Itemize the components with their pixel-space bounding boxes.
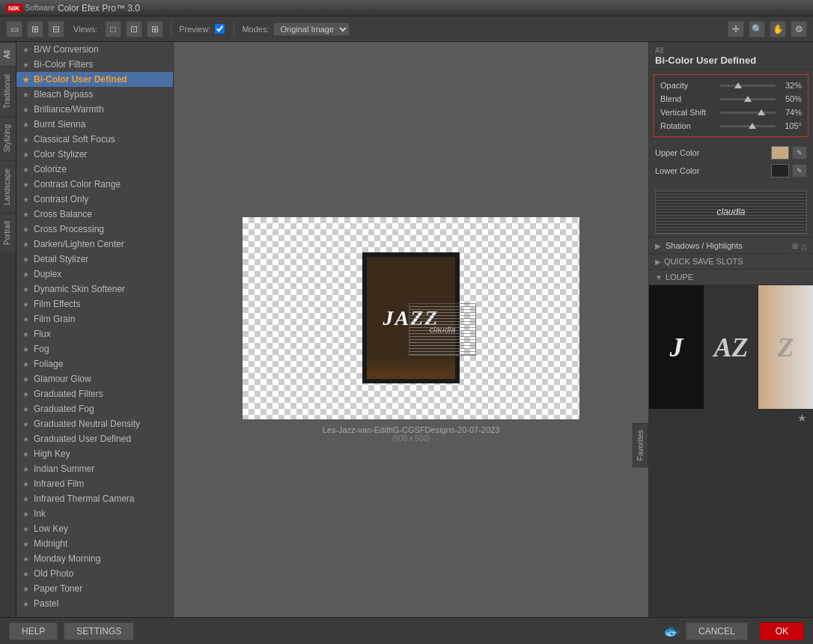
- star-icon-glamour-glow: ★: [22, 375, 29, 383]
- upper-color-edit[interactable]: ✎: [792, 146, 807, 160]
- filter-item-bw-conversion[interactable]: ★B/W Conversion: [16, 42, 173, 57]
- rotation-value: 105°: [776, 121, 802, 130]
- filter-item-bi-color-user-defined[interactable]: ★Bi-Color User Defined: [16, 72, 173, 87]
- lower-color-row: Lower Color ✎: [655, 164, 807, 177]
- controls-section: Opacity 32% Blend 50%: [654, 74, 809, 137]
- filter-item-darken-lighten-center[interactable]: ★Darken/Lighten Center: [16, 237, 173, 252]
- software-label: Software: [25, 4, 55, 12]
- filter-item-high-key[interactable]: ★High Key: [16, 446, 173, 461]
- filter-item-detail-stylizer[interactable]: ★Detail Stylizer: [16, 252, 173, 267]
- loupe-mid: AZ: [704, 285, 758, 409]
- filter-item-graduated-fog[interactable]: ★Graduated Fog: [16, 401, 173, 416]
- filter-label-classical-soft-focus: Classical Soft Focus: [34, 134, 115, 145]
- cancel-button[interactable]: CANCEL: [686, 622, 748, 640]
- vertical-shift-slider-container: [720, 110, 776, 115]
- filter-item-duplex[interactable]: ★Duplex: [16, 267, 173, 282]
- filter-item-burnt-sienna[interactable]: ★Burnt Sienna: [16, 117, 173, 132]
- filter-item-indian-summer[interactable]: ★Indian Summer: [16, 461, 173, 476]
- opacity-slider[interactable]: [720, 85, 776, 87]
- shadows-icon[interactable]: ⊞: [792, 242, 798, 250]
- filter-item-infrared-thermal-camera[interactable]: ★Infrared Thermal Camera: [16, 491, 173, 506]
- shadows-expand[interactable]: △: [801, 242, 807, 250]
- blend-slider[interactable]: [720, 98, 776, 100]
- rotation-label: Rotation: [660, 121, 720, 130]
- filter-item-infrared-film[interactable]: ★Infrared Film: [16, 476, 173, 491]
- settings-icon[interactable]: ⚙: [791, 21, 807, 37]
- view-btn-1[interactable]: □: [105, 21, 121, 37]
- help-button[interactable]: HELP: [9, 622, 58, 640]
- filter-item-paper-toner[interactable]: ★Paper Toner: [16, 581, 173, 596]
- filter-item-midnight[interactable]: ★Midnight: [16, 536, 173, 551]
- tab-stylizing[interactable]: Stylizing: [0, 116, 16, 160]
- filter-item-contrast-color-range[interactable]: ★Contrast Color Range: [16, 177, 173, 192]
- modes-select[interactable]: Original Image: [273, 22, 350, 36]
- quick-save-section: ▶ QUICK SAVE SLOTS: [649, 253, 813, 269]
- filter-label-monday-morning: Monday Morning: [34, 553, 100, 564]
- filter-item-fog[interactable]: ★Fog: [16, 341, 173, 356]
- filter-label-contrast-only: Contrast Only: [34, 194, 88, 204]
- bottom-right-actions: 🐟 CANCEL OK: [663, 622, 804, 640]
- filter-label-high-key: High Key: [34, 449, 70, 459]
- jazz-glow: [367, 356, 455, 379]
- zoom-icon[interactable]: 🔍: [749, 21, 765, 37]
- filter-item-monday-morning[interactable]: ★Monday Morning: [16, 551, 173, 566]
- filter-label-cross-balance: Cross Balance: [34, 209, 92, 219]
- vertical-shift-slider[interactable]: [720, 112, 776, 114]
- lower-color-edit[interactable]: ✎: [792, 164, 807, 177]
- filter-item-graduated-filters[interactable]: ★Graduated Filters: [16, 386, 173, 401]
- loupe-star-icon[interactable]: ★: [797, 412, 807, 424]
- filter-item-ink[interactable]: ★Ink: [16, 506, 173, 521]
- filter-label-graduated-neutral-density: Graduated Neutral Density: [34, 419, 140, 429]
- filter-item-contrast-only[interactable]: ★Contrast Only: [16, 192, 173, 207]
- filter-item-glamour-glow[interactable]: ★Glamour Glow: [16, 371, 173, 386]
- filter-item-brilliance-warmth[interactable]: ★Brilliance/Warmth: [16, 102, 173, 117]
- tab-portrait[interactable]: Portrait: [0, 213, 16, 252]
- upper-color-row: Upper Color ✎: [655, 146, 807, 160]
- pan-icon[interactable]: ✋: [770, 21, 786, 37]
- filter-item-bi-color-filters[interactable]: ★Bi-Color Filters: [16, 57, 173, 72]
- filter-label-graduated-fog: Graduated Fog: [34, 404, 94, 414]
- filter-label-indian-summer: Indian Summer: [34, 464, 94, 474]
- view-icon-single[interactable]: ▭: [6, 21, 22, 37]
- filter-item-flux[interactable]: ★Flux: [16, 326, 173, 341]
- rotation-slider[interactable]: [720, 125, 776, 127]
- toolbar: ▭ ⊞ ⊟ Views: □ ⊡ ⊞ Preview: Modes: Origi…: [0, 16, 813, 42]
- filter-item-cross-balance[interactable]: ★Cross Balance: [16, 207, 173, 222]
- cursor-icon[interactable]: ✛: [728, 21, 744, 37]
- filter-item-old-photo[interactable]: ★Old Photo: [16, 566, 173, 581]
- filter-item-dynamic-skin-softener[interactable]: ★Dynamic Skin Softener: [16, 282, 173, 297]
- star-icon-graduated-neutral-density: ★: [22, 420, 29, 428]
- blend-row: Blend 50%: [660, 94, 802, 103]
- filter-item-low-key[interactable]: ★Low Key: [16, 521, 173, 536]
- tab-landscape[interactable]: Landscape: [0, 160, 16, 213]
- ok-button[interactable]: OK: [760, 622, 804, 640]
- tab-traditional[interactable]: Traditional: [0, 66, 16, 116]
- settings-button[interactable]: SETTINGS: [64, 622, 134, 640]
- filter-item-film-effects[interactable]: ★Film Effects: [16, 297, 173, 312]
- star-icon-graduated-filters: ★: [22, 390, 29, 398]
- filter-item-classical-soft-focus[interactable]: ★Classical Soft Focus: [16, 132, 173, 147]
- filter-item-bleach-bypass[interactable]: ★Bleach Bypass: [16, 87, 173, 102]
- favorites-tab[interactable]: Favorites: [633, 423, 648, 467]
- filter-item-cross-processing[interactable]: ★Cross Processing: [16, 222, 173, 237]
- filter-item-film-grain[interactable]: ★Film Grain: [16, 312, 173, 326]
- tab-all[interactable]: All: [0, 42, 16, 66]
- filter-item-graduated-neutral-density[interactable]: ★Graduated Neutral Density: [16, 416, 173, 431]
- filter-item-colorize[interactable]: ★Colorize: [16, 162, 173, 177]
- view-btn-2[interactable]: ⊡: [126, 21, 142, 37]
- view-icon-split[interactable]: ⊞: [27, 21, 43, 37]
- filter-item-graduated-user-defined[interactable]: ★Graduated User Defined: [16, 431, 173, 446]
- view-btn-3[interactable]: ⊞: [147, 21, 163, 37]
- filter-label-glamour-glow: Glamour Glow: [34, 374, 91, 384]
- filter-item-foliage[interactable]: ★Foliage: [16, 356, 173, 371]
- star-icon-contrast-only: ★: [22, 195, 29, 204]
- app-title: Color Efex Pro™ 3.0: [58, 3, 140, 13]
- preview-checkbox[interactable]: [215, 24, 225, 34]
- filter-item-color-stylizer[interactable]: ★Color Stylizer: [16, 147, 173, 162]
- filter-item-pastel[interactable]: ★Pastel: [16, 596, 173, 611]
- view-icon-grid[interactable]: ⊟: [48, 21, 64, 37]
- star-icon-contrast-color-range: ★: [22, 180, 29, 189]
- upper-color-swatch[interactable]: [771, 146, 789, 160]
- star-icon-ink: ★: [22, 510, 29, 518]
- lower-color-swatch[interactable]: [771, 164, 789, 177]
